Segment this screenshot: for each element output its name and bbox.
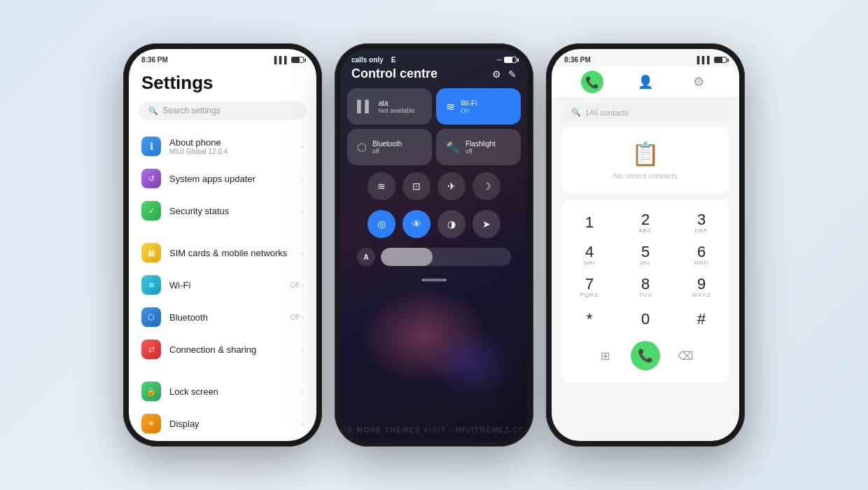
divider-2 — [129, 365, 316, 375]
settings-gear-icon[interactable]: ⚙ — [492, 69, 501, 80]
watermark: FOR MORE THEMES VISIT - MIUITHEMEZ.COM — [340, 426, 528, 434]
dialer-row-4: * 0 # — [561, 303, 729, 335]
sim-label: SIM cards & mobile networks — [169, 248, 293, 258]
settings-item-system[interactable]: ↺ System apps updater › — [129, 162, 316, 195]
settings-item-bluetooth[interactable]: ⬡ Bluetooth Off› — [129, 301, 316, 333]
settings-search[interactable]: 🔍 Search settings — [139, 101, 307, 120]
dialer-backspace-btn[interactable]: ⌫ — [671, 341, 700, 370]
cc-location-btn[interactable]: ◎ — [368, 210, 396, 238]
contacts-search-icon: 🔍 — [571, 108, 581, 117]
cc-status-bar: calls only E ··· — [340, 49, 528, 66]
display-icon: ☀ — [141, 414, 161, 433]
settings-item-display[interactable]: ☀ Display › — [129, 407, 316, 440]
bluetooth-cc-icon: ⬡ — [357, 141, 367, 154]
control-header-icons: ⚙ ✎ — [492, 69, 517, 80]
dialer-bottom-row: ⊞ 📞 ⌫ — [571, 335, 720, 373]
key-7[interactable]: 7 PQRS — [566, 272, 613, 302]
settings-item-sim[interactable]: ▦ SIM cards & mobile networks › — [129, 237, 316, 269]
bluetooth-label: Bluetooth — [169, 312, 281, 323]
settings-item-about[interactable]: ℹ About phone MIUI Global 12.0.4 › — [129, 130, 316, 162]
status-icons-3: ▌▌▌ — [697, 56, 727, 64]
status-time-3: 8:36 PM — [564, 56, 591, 64]
data-icon: ▌▌ — [357, 100, 373, 113]
cc-portrait-btn[interactable]: ⊡ — [402, 172, 430, 200]
security-label: Security status — [169, 206, 293, 216]
key-8[interactable]: 8 TUV — [622, 272, 669, 302]
settings-screen: 8:36 PM ▌▌▌ Settings 🔍 Search settings ℹ… — [129, 49, 316, 441]
status-bar-3: 8:36 PM ▌▌▌ — [552, 49, 739, 66]
key-1[interactable]: 1 — [566, 208, 613, 237]
dialer-grid-btn[interactable]: ⊞ — [591, 341, 620, 370]
search-icon: 🔍 — [148, 106, 158, 115]
settings-item-wifi[interactable]: ≋ Wi-Fi Off› — [129, 269, 316, 301]
dialer-row-3: 7 PQRS 8 TUV 9 WXYZ — [561, 271, 729, 303]
key-6[interactable]: 6 MNO — [678, 240, 725, 270]
dialer-call-btn[interactable]: 📞 — [631, 341, 660, 370]
connection-label: Connection & sharing — [169, 344, 293, 355]
wifi-cc-icon: ≋ — [446, 100, 455, 113]
settings-tab-icon[interactable]: ⚙ — [687, 71, 710, 93]
cc-auto-btn[interactable]: A — [357, 248, 375, 266]
wifi-label: Wi-Fi — [169, 280, 281, 290]
key-star[interactable]: * — [566, 304, 613, 334]
cc-moon-btn[interactable]: ☽ — [472, 172, 500, 200]
search-placeholder: Search settings — [162, 106, 220, 115]
about-label: About phone — [169, 137, 293, 148]
cc-flashlight-btn[interactable]: 🔦 Flashlight off — [436, 129, 521, 165]
bottom-indicator — [340, 279, 528, 281]
dialer-top-bar: 📞 👤 ⚙ — [552, 66, 739, 98]
no-recent-text: No recent contacts — [613, 172, 678, 180]
key-hash[interactable]: # — [678, 304, 725, 334]
control-content: calls only E ··· Control centre ⚙ ✎ — [340, 49, 528, 441]
about-sublabel: MIUI Global 12.0.4 — [169, 148, 293, 155]
settings-item-security[interactable]: ✓ Security status › — [129, 195, 316, 227]
cc-wifi-btn[interactable]: ≋ Wi-Fi On — [436, 88, 521, 125]
system-icon: ↺ — [141, 169, 161, 188]
key-5[interactable]: 5 JKL — [622, 240, 669, 270]
cc-bluetooth-btn[interactable]: ⬡ Bluetooth off — [347, 129, 432, 165]
brightness-fill — [381, 248, 433, 266]
flashlight-label: Flashlight — [465, 140, 496, 148]
settings-title: Settings — [129, 66, 316, 101]
settings-item-connection[interactable]: ⇄ Connection & sharing › — [129, 333, 316, 365]
bluetooth-cc-label: Bluetooth — [372, 140, 402, 148]
brightness-slider[interactable] — [381, 248, 511, 266]
cc-brightness-row: A — [347, 245, 521, 269]
no-recent-icon: 📋 — [631, 141, 659, 167]
sim-icon: ▦ — [141, 243, 161, 262]
lockscreen-icon: 🔒 — [141, 382, 161, 401]
contacts-count: 146 contacts — [585, 108, 629, 117]
phone-dialer: 8:36 PM ▌▌▌ 📞 👤 ⚙ 🔍 146 contacts — [546, 43, 745, 447]
display-label: Display — [169, 419, 293, 429]
key-4[interactable]: 4 GHI — [566, 240, 613, 270]
divider-1 — [129, 227, 316, 237]
control-title: Control centre — [351, 66, 438, 81]
cc-status-left: calls only E — [351, 56, 396, 64]
phones-container: 8:36 PM ▌▌▌ Settings 🔍 Search settings ℹ… — [123, 43, 745, 447]
cc-data-btn[interactable]: ▌▌ ata Not available — [347, 88, 432, 125]
cc-grid: ▌▌ ata Not available ≋ Wi-Fi On — [340, 88, 528, 269]
cc-row-2: ⬡ Bluetooth off 🔦 Flashlight off — [347, 129, 521, 165]
control-screen: calls only E ··· Control centre ⚙ ✎ — [340, 49, 528, 441]
cc-wifi-small[interactable]: ≋ — [368, 172, 396, 200]
key-9[interactable]: 9 WXYZ — [678, 272, 725, 302]
edit-icon[interactable]: ✎ — [508, 69, 517, 80]
cc-contrast-btn[interactable]: ◑ — [438, 210, 465, 238]
contacts-search[interactable]: 🔍 146 contacts — [561, 104, 729, 121]
cc-airplane-btn[interactable]: ✈ — [438, 172, 465, 200]
bluetooth-icon: ⬡ — [141, 307, 161, 327]
cc-nav-btn[interactable]: ➤ — [472, 210, 500, 238]
home-indicator — [421, 279, 447, 281]
settings-item-lockscreen[interactable]: 🔒 Lock screen › — [129, 375, 316, 407]
key-0[interactable]: 0 — [622, 304, 669, 334]
contacts-tab-icon[interactable]: 👤 — [634, 71, 657, 93]
key-2[interactable]: 2 ABC — [622, 208, 669, 237]
key-3[interactable]: 3 DEF — [678, 208, 725, 237]
phone-tab-icon[interactable]: 📞 — [581, 71, 603, 93]
status-bar-1: 8:36 PM ▌▌▌ — [129, 49, 316, 66]
dialer-row-1: 1 2 ABC 3 DEF — [561, 206, 729, 239]
cc-eye-btn[interactable]: 👁 — [402, 210, 430, 238]
cc-round-row: ◎ 👁 ◑ ➤ — [347, 207, 521, 241]
dialer-screen: 8:36 PM ▌▌▌ 📞 👤 ⚙ 🔍 146 contacts — [552, 49, 739, 441]
dialer-pad: 1 2 ABC 3 DEF 4 — [561, 200, 729, 383]
